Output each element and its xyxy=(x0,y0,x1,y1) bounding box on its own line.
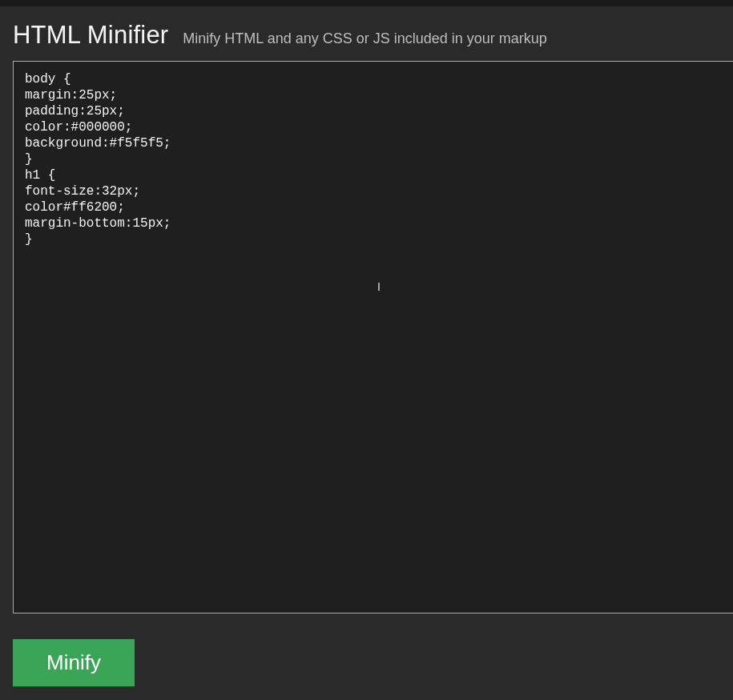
editor-container xyxy=(13,61,733,617)
header: HTML Minifier Minify HTML and any CSS or… xyxy=(0,6,733,61)
page-subtitle: Minify HTML and any CSS or JS included i… xyxy=(183,30,547,47)
top-bar xyxy=(0,0,733,6)
button-row: Minify xyxy=(13,639,733,686)
minify-button[interactable]: Minify xyxy=(13,639,135,686)
page-title: HTML Minifier xyxy=(13,21,168,50)
code-input[interactable] xyxy=(13,61,733,614)
